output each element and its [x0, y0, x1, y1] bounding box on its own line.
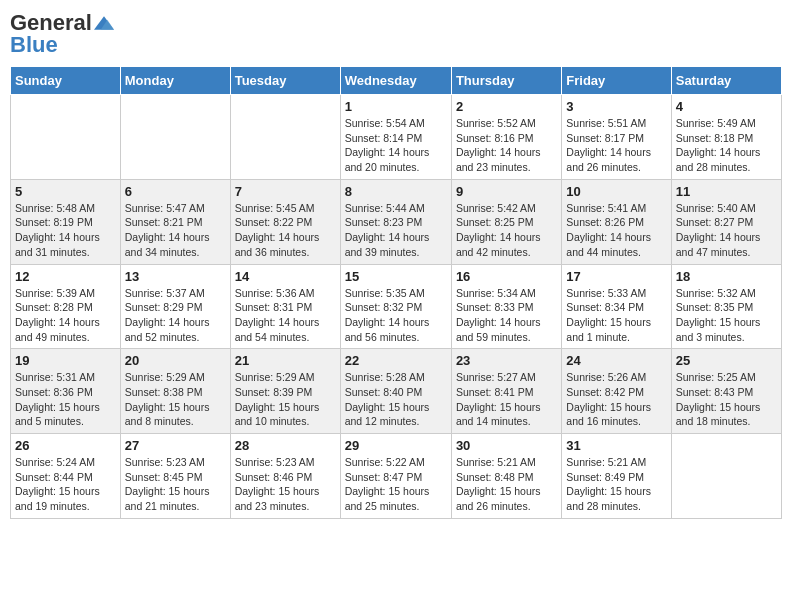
- calendar-cell: 14Sunrise: 5:36 AM Sunset: 8:31 PM Dayli…: [230, 264, 340, 349]
- page-header: General Blue: [10, 10, 782, 58]
- column-header-saturday: Saturday: [671, 67, 781, 95]
- day-info: Sunrise: 5:23 AM Sunset: 8:45 PM Dayligh…: [125, 455, 226, 514]
- day-info: Sunrise: 5:40 AM Sunset: 8:27 PM Dayligh…: [676, 201, 777, 260]
- day-info: Sunrise: 5:49 AM Sunset: 8:18 PM Dayligh…: [676, 116, 777, 175]
- day-number: 16: [456, 269, 557, 284]
- day-info: Sunrise: 5:36 AM Sunset: 8:31 PM Dayligh…: [235, 286, 336, 345]
- calendar-cell: 24Sunrise: 5:26 AM Sunset: 8:42 PM Dayli…: [562, 349, 671, 434]
- calendar-cell: 28Sunrise: 5:23 AM Sunset: 8:46 PM Dayli…: [230, 434, 340, 519]
- day-number: 31: [566, 438, 666, 453]
- calendar-cell: 23Sunrise: 5:27 AM Sunset: 8:41 PM Dayli…: [451, 349, 561, 434]
- calendar-cell: 16Sunrise: 5:34 AM Sunset: 8:33 PM Dayli…: [451, 264, 561, 349]
- day-info: Sunrise: 5:22 AM Sunset: 8:47 PM Dayligh…: [345, 455, 447, 514]
- calendar-week-row: 12Sunrise: 5:39 AM Sunset: 8:28 PM Dayli…: [11, 264, 782, 349]
- day-info: Sunrise: 5:51 AM Sunset: 8:17 PM Dayligh…: [566, 116, 666, 175]
- calendar-cell: 13Sunrise: 5:37 AM Sunset: 8:29 PM Dayli…: [120, 264, 230, 349]
- logo: General Blue: [10, 10, 114, 58]
- column-header-tuesday: Tuesday: [230, 67, 340, 95]
- calendar-cell: [120, 95, 230, 180]
- day-number: 15: [345, 269, 447, 284]
- calendar-cell: 12Sunrise: 5:39 AM Sunset: 8:28 PM Dayli…: [11, 264, 121, 349]
- day-number: 22: [345, 353, 447, 368]
- calendar-cell: 19Sunrise: 5:31 AM Sunset: 8:36 PM Dayli…: [11, 349, 121, 434]
- calendar-cell: 2Sunrise: 5:52 AM Sunset: 8:16 PM Daylig…: [451, 95, 561, 180]
- day-number: 12: [15, 269, 116, 284]
- day-number: 13: [125, 269, 226, 284]
- calendar-week-row: 5Sunrise: 5:48 AM Sunset: 8:19 PM Daylig…: [11, 179, 782, 264]
- calendar-cell: 3Sunrise: 5:51 AM Sunset: 8:17 PM Daylig…: [562, 95, 671, 180]
- day-number: 4: [676, 99, 777, 114]
- day-number: 17: [566, 269, 666, 284]
- calendar-cell: 25Sunrise: 5:25 AM Sunset: 8:43 PM Dayli…: [671, 349, 781, 434]
- day-number: 6: [125, 184, 226, 199]
- day-info: Sunrise: 5:25 AM Sunset: 8:43 PM Dayligh…: [676, 370, 777, 429]
- day-info: Sunrise: 5:29 AM Sunset: 8:39 PM Dayligh…: [235, 370, 336, 429]
- calendar-week-row: 1Sunrise: 5:54 AM Sunset: 8:14 PM Daylig…: [11, 95, 782, 180]
- calendar-cell: 22Sunrise: 5:28 AM Sunset: 8:40 PM Dayli…: [340, 349, 451, 434]
- day-info: Sunrise: 5:29 AM Sunset: 8:38 PM Dayligh…: [125, 370, 226, 429]
- day-number: 7: [235, 184, 336, 199]
- calendar-cell: 29Sunrise: 5:22 AM Sunset: 8:47 PM Dayli…: [340, 434, 451, 519]
- calendar-cell: [671, 434, 781, 519]
- day-number: 18: [676, 269, 777, 284]
- day-info: Sunrise: 5:54 AM Sunset: 8:14 PM Dayligh…: [345, 116, 447, 175]
- calendar-header-row: SundayMondayTuesdayWednesdayThursdayFrid…: [11, 67, 782, 95]
- logo-icon: [94, 13, 114, 33]
- calendar-cell: 10Sunrise: 5:41 AM Sunset: 8:26 PM Dayli…: [562, 179, 671, 264]
- calendar-cell: [11, 95, 121, 180]
- day-info: Sunrise: 5:47 AM Sunset: 8:21 PM Dayligh…: [125, 201, 226, 260]
- calendar-cell: 1Sunrise: 5:54 AM Sunset: 8:14 PM Daylig…: [340, 95, 451, 180]
- column-header-wednesday: Wednesday: [340, 67, 451, 95]
- day-info: Sunrise: 5:28 AM Sunset: 8:40 PM Dayligh…: [345, 370, 447, 429]
- day-number: 1: [345, 99, 447, 114]
- calendar-cell: 7Sunrise: 5:45 AM Sunset: 8:22 PM Daylig…: [230, 179, 340, 264]
- day-number: 11: [676, 184, 777, 199]
- calendar-cell: 21Sunrise: 5:29 AM Sunset: 8:39 PM Dayli…: [230, 349, 340, 434]
- column-header-thursday: Thursday: [451, 67, 561, 95]
- day-number: 26: [15, 438, 116, 453]
- calendar-cell: 26Sunrise: 5:24 AM Sunset: 8:44 PM Dayli…: [11, 434, 121, 519]
- day-info: Sunrise: 5:48 AM Sunset: 8:19 PM Dayligh…: [15, 201, 116, 260]
- day-info: Sunrise: 5:39 AM Sunset: 8:28 PM Dayligh…: [15, 286, 116, 345]
- calendar-cell: 20Sunrise: 5:29 AM Sunset: 8:38 PM Dayli…: [120, 349, 230, 434]
- day-info: Sunrise: 5:21 AM Sunset: 8:48 PM Dayligh…: [456, 455, 557, 514]
- day-number: 28: [235, 438, 336, 453]
- day-info: Sunrise: 5:44 AM Sunset: 8:23 PM Dayligh…: [345, 201, 447, 260]
- day-number: 2: [456, 99, 557, 114]
- day-info: Sunrise: 5:33 AM Sunset: 8:34 PM Dayligh…: [566, 286, 666, 345]
- day-number: 21: [235, 353, 336, 368]
- day-info: Sunrise: 5:42 AM Sunset: 8:25 PM Dayligh…: [456, 201, 557, 260]
- day-info: Sunrise: 5:45 AM Sunset: 8:22 PM Dayligh…: [235, 201, 336, 260]
- calendar-table: SundayMondayTuesdayWednesdayThursdayFrid…: [10, 66, 782, 519]
- calendar-cell: 6Sunrise: 5:47 AM Sunset: 8:21 PM Daylig…: [120, 179, 230, 264]
- day-number: 10: [566, 184, 666, 199]
- calendar-cell: 5Sunrise: 5:48 AM Sunset: 8:19 PM Daylig…: [11, 179, 121, 264]
- day-info: Sunrise: 5:32 AM Sunset: 8:35 PM Dayligh…: [676, 286, 777, 345]
- calendar-week-row: 19Sunrise: 5:31 AM Sunset: 8:36 PM Dayli…: [11, 349, 782, 434]
- day-number: 5: [15, 184, 116, 199]
- calendar-cell: 18Sunrise: 5:32 AM Sunset: 8:35 PM Dayli…: [671, 264, 781, 349]
- calendar-cell: 30Sunrise: 5:21 AM Sunset: 8:48 PM Dayli…: [451, 434, 561, 519]
- day-number: 23: [456, 353, 557, 368]
- day-info: Sunrise: 5:27 AM Sunset: 8:41 PM Dayligh…: [456, 370, 557, 429]
- calendar-cell: 11Sunrise: 5:40 AM Sunset: 8:27 PM Dayli…: [671, 179, 781, 264]
- day-info: Sunrise: 5:24 AM Sunset: 8:44 PM Dayligh…: [15, 455, 116, 514]
- day-number: 25: [676, 353, 777, 368]
- day-info: Sunrise: 5:31 AM Sunset: 8:36 PM Dayligh…: [15, 370, 116, 429]
- calendar-cell: 9Sunrise: 5:42 AM Sunset: 8:25 PM Daylig…: [451, 179, 561, 264]
- day-number: 29: [345, 438, 447, 453]
- day-info: Sunrise: 5:52 AM Sunset: 8:16 PM Dayligh…: [456, 116, 557, 175]
- day-number: 27: [125, 438, 226, 453]
- day-info: Sunrise: 5:26 AM Sunset: 8:42 PM Dayligh…: [566, 370, 666, 429]
- day-number: 19: [15, 353, 116, 368]
- day-info: Sunrise: 5:35 AM Sunset: 8:32 PM Dayligh…: [345, 286, 447, 345]
- column-header-sunday: Sunday: [11, 67, 121, 95]
- day-number: 20: [125, 353, 226, 368]
- day-number: 30: [456, 438, 557, 453]
- day-info: Sunrise: 5:41 AM Sunset: 8:26 PM Dayligh…: [566, 201, 666, 260]
- day-info: Sunrise: 5:34 AM Sunset: 8:33 PM Dayligh…: [456, 286, 557, 345]
- calendar-cell: 8Sunrise: 5:44 AM Sunset: 8:23 PM Daylig…: [340, 179, 451, 264]
- day-number: 14: [235, 269, 336, 284]
- logo-blue-text: Blue: [10, 32, 58, 58]
- day-info: Sunrise: 5:21 AM Sunset: 8:49 PM Dayligh…: [566, 455, 666, 514]
